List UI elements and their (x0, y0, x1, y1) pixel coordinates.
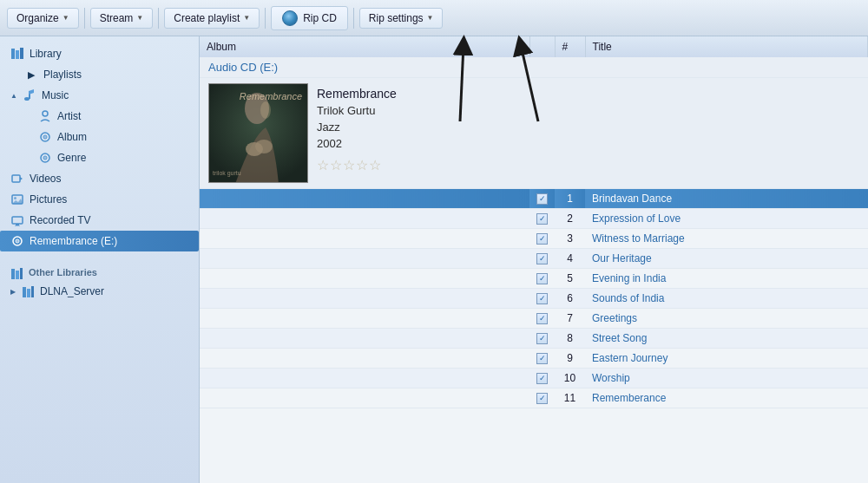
track-title-cell[interactable]: Witness to Marriage (585, 229, 868, 249)
track-title-link[interactable]: Expression of Love (592, 212, 681, 225)
track-title-link[interactable]: Our Heritage (592, 252, 652, 264)
track-checkbox-cell[interactable]: ✓ (529, 249, 555, 269)
track-checkbox[interactable]: ✓ (536, 353, 548, 364)
track-title-link[interactable]: Rememberance (592, 392, 666, 404)
sidebar-item-artist[interactable]: Artist (0, 106, 199, 127)
stream-chevron: ▼ (136, 14, 143, 22)
track-checkbox-cell[interactable]: ✓ (529, 349, 555, 369)
toolbar-divider-1 (84, 8, 85, 29)
library-icon (10, 47, 24, 61)
sidebar-item-album[interactable]: Album (0, 127, 199, 147)
track-checkbox-cell[interactable]: ✓ (529, 229, 555, 249)
rip-settings-button[interactable]: Rip settings ▼ (359, 8, 444, 29)
track-title-cell[interactable]: Brindavan Dance (585, 189, 868, 209)
create-playlist-button[interactable]: Create playlist ▼ (164, 8, 260, 29)
track-checkbox[interactable]: ✓ (536, 213, 548, 225)
star-1[interactable]: ☆ (317, 157, 329, 173)
album-icon (38, 130, 52, 144)
track-title-cell[interactable]: Street Song (585, 329, 868, 349)
star-5[interactable]: ☆ (369, 157, 381, 173)
track-number-cell: 8 (555, 329, 585, 349)
table-row[interactable]: ✓3Witness to Marriage (200, 229, 868, 249)
table-row[interactable]: ✓6Sounds of India (200, 289, 868, 309)
table-row[interactable]: ✓9Eastern Journey (200, 349, 868, 369)
sidebar-item-dlna[interactable]: ▶ DLNA_Server (0, 281, 199, 302)
track-title-cell[interactable]: Eastern Journey (585, 349, 868, 369)
album-artist: Trilok Gurtu (317, 104, 397, 117)
track-title-link[interactable]: Eastern Journey (592, 352, 667, 364)
sidebar-item-remembrance[interactable]: Remembrance (E:) (0, 231, 199, 251)
track-title-cell[interactable]: Evening in India (585, 269, 868, 289)
sidebar-item-recorded-tv[interactable]: Recorded TV (0, 210, 199, 231)
track-checkbox[interactable]: ✓ (536, 193, 548, 205)
track-table-container[interactable]: Album # Title Audio CD (E:) (200, 36, 868, 483)
track-title-link[interactable]: Street Song (592, 332, 647, 344)
music-icon (23, 88, 36, 102)
svg-rect-0 (11, 49, 15, 59)
genre-label: Genre (57, 152, 86, 164)
sidebar-item-genre[interactable]: Genre (0, 147, 199, 168)
track-checkbox[interactable]: ✓ (536, 293, 548, 304)
track-checkbox-cell[interactable]: ✓ (529, 289, 555, 309)
track-title-link[interactable]: Evening in India (592, 272, 666, 284)
track-title-link[interactable]: Greetings (592, 312, 637, 324)
rip-cd-button[interactable]: Rip CD (271, 6, 348, 30)
sidebar-item-music[interactable]: ▲ Music (0, 85, 199, 106)
svg-point-12 (44, 157, 46, 159)
track-checkbox[interactable]: ✓ (536, 313, 548, 324)
table-row[interactable]: ✓2Expression of Love (200, 209, 868, 229)
track-number-cell: 5 (555, 269, 585, 289)
sidebar-item-playlists[interactable]: ▶ Playlists (0, 64, 199, 85)
track-checkbox[interactable]: ✓ (536, 393, 548, 404)
track-album-cell (200, 349, 529, 369)
star-3[interactable]: ☆ (343, 157, 355, 173)
track-checkbox[interactable]: ✓ (536, 273, 548, 284)
sidebar-item-pictures[interactable]: Pictures (0, 189, 199, 210)
table-row[interactable]: ✓7Greetings (200, 309, 868, 329)
svg-rect-1 (16, 50, 19, 59)
track-title-cell[interactable]: Rememberance (585, 388, 868, 408)
track-checkbox-cell[interactable]: ✓ (529, 309, 555, 329)
track-checkbox[interactable]: ✓ (536, 253, 548, 264)
track-checkbox[interactable]: ✓ (536, 233, 548, 245)
stream-button[interactable]: Stream ▼ (90, 8, 154, 29)
star-rating[interactable]: ☆ ☆ ☆ ☆ ☆ (317, 157, 397, 173)
table-row[interactable]: ✓5Evening in India (200, 269, 868, 289)
create-playlist-chevron: ▼ (243, 14, 250, 22)
table-row[interactable]: ✓8Street Song (200, 329, 868, 349)
track-title-link[interactable]: Worship (592, 372, 630, 384)
track-checkbox-cell[interactable]: ✓ (529, 209, 555, 229)
star-2[interactable]: ☆ (330, 157, 342, 173)
track-title-link[interactable]: Sounds of India (592, 292, 664, 304)
track-checkbox[interactable]: ✓ (536, 373, 548, 384)
album-art-title: Remembrance (240, 91, 302, 101)
table-row[interactable]: ✓1Brindavan Dance (200, 189, 868, 209)
track-title-cell[interactable]: Sounds of India (585, 289, 868, 309)
svg-point-9 (44, 136, 46, 138)
track-checkbox-cell[interactable]: ✓ (529, 329, 555, 349)
table-row[interactable]: ✓4Our Heritage (200, 249, 868, 269)
track-title-cell[interactable]: Our Heritage (585, 249, 868, 269)
sidebar-item-videos[interactable]: Videos (0, 168, 199, 189)
track-number-cell: 7 (555, 309, 585, 329)
track-checkbox[interactable]: ✓ (536, 333, 548, 344)
toolbar-divider-4 (353, 8, 354, 29)
table-row[interactable]: ✓10Worship (200, 369, 868, 388)
track-checkbox-cell[interactable]: ✓ (529, 369, 555, 388)
table-row[interactable]: ✓11Rememberance (200, 388, 868, 408)
svg-rect-26 (20, 268, 23, 279)
star-4[interactable]: ☆ (356, 157, 368, 173)
track-title-cell[interactable]: Worship (585, 369, 868, 388)
track-title-cell[interactable]: Expression of Love (585, 209, 868, 229)
track-title-link[interactable]: Witness to Marriage (592, 232, 685, 245)
sidebar-item-library[interactable]: Library (0, 43, 199, 64)
organize-button[interactable]: Organize ▼ (7, 8, 79, 29)
track-checkbox-cell[interactable]: ✓ (529, 269, 555, 289)
track-checkbox-cell[interactable]: ✓ (529, 189, 555, 209)
track-checkbox-cell[interactable]: ✓ (529, 388, 555, 408)
remembrance-drive-icon (10, 234, 24, 248)
svg-rect-2 (20, 48, 23, 59)
track-album-cell (200, 209, 529, 229)
track-title-cell[interactable]: Greetings (585, 309, 868, 329)
track-album-cell (200, 329, 529, 349)
